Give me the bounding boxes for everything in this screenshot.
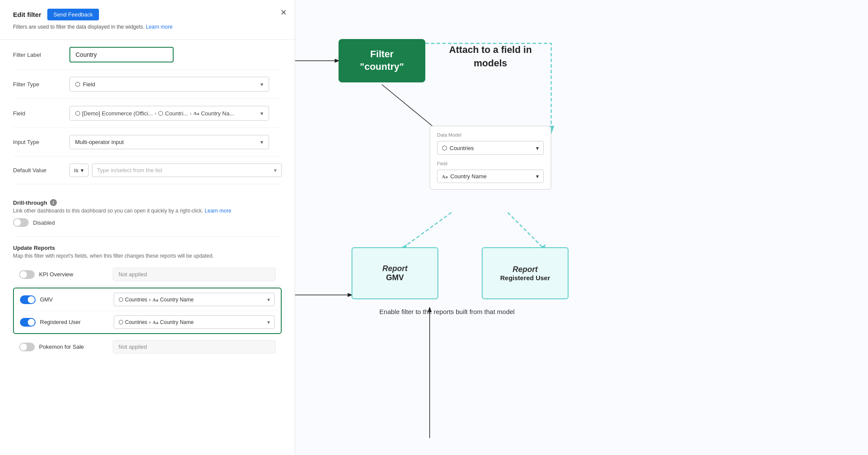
chevron-down-icon-gmv: ▾ bbox=[267, 297, 270, 303]
reg-field: ⬡ Countries › Aa Country Name ▾ bbox=[114, 315, 275, 329]
aa-icon-dm: Aa bbox=[442, 174, 447, 179]
cube-icon: ⬡ bbox=[75, 81, 80, 88]
drill-through-desc: Link other dashboards to this dashboard … bbox=[13, 208, 282, 214]
reg-field-select[interactable]: ⬡ Countries › Aa Country Name ▾ bbox=[114, 315, 275, 329]
field-select[interactable]: ⬡ [Demo] Ecommerce (Offici... › ⬡ Countr… bbox=[69, 106, 269, 121]
filter-type-control: ⬡ Field ▾ bbox=[69, 77, 282, 92]
filter-type-value: Field bbox=[83, 81, 95, 88]
aa-icon-gmv: Aa bbox=[152, 297, 158, 302]
report-gmv-name: GMV bbox=[386, 273, 404, 282]
gmv-field-part1: Countries bbox=[125, 297, 147, 303]
kpi-name: KPI Overview bbox=[39, 271, 108, 278]
reg-field-part2: Country Name bbox=[160, 319, 194, 325]
attach-label: Attach to a field in models bbox=[443, 43, 538, 70]
field-part-2: Countri... bbox=[165, 110, 188, 117]
data-model-select[interactable]: ⬡ Countries ▾ bbox=[437, 141, 544, 155]
field-part-3: Country Na... bbox=[201, 110, 234, 117]
kpi-toggle[interactable] bbox=[19, 270, 35, 279]
field-part-1: [Demo] Ecommerce (Offici... bbox=[82, 110, 153, 117]
report-reg-name: Registered User bbox=[496, 274, 554, 282]
pokemon-field: Not applied bbox=[113, 340, 276, 354]
gmv-field-select[interactable]: ⬡ Countries › Aa Country Name ▾ bbox=[114, 293, 275, 306]
aa-icon-reg: Aa bbox=[152, 320, 158, 325]
report-row-gmv: GMV ⬡ Countries › Aa Country Name ▾ bbox=[14, 288, 281, 311]
input-type-value: Multi-operator input bbox=[75, 139, 124, 145]
kpi-not-applied: Not applied bbox=[113, 268, 276, 281]
field-label: Field bbox=[13, 110, 69, 117]
field-control: ⬡ [Demo] Ecommerce (Offici... › ⬡ Countr… bbox=[69, 106, 282, 121]
filter-label-input[interactable] bbox=[69, 47, 174, 62]
diagram-area: Filter "country" Attach to a field in mo… bbox=[295, 0, 868, 455]
dm-field-label: Field bbox=[437, 161, 544, 166]
filter-label-control bbox=[69, 47, 282, 62]
report-row-kpi: KPI Overview Not applied bbox=[13, 263, 282, 286]
filter-bubble-line1: Filter bbox=[370, 48, 394, 61]
gmv-toggle[interactable] bbox=[20, 295, 36, 304]
header-row: Edit filter Send Feedback bbox=[13, 9, 282, 20]
right-panel: Filter "country" Attach to a field in mo… bbox=[295, 0, 868, 455]
type-in-placeholder: Type in/select from the list bbox=[97, 167, 162, 173]
report-gmv-box: Report GMV bbox=[352, 247, 438, 299]
update-reports-title: Update Reports bbox=[13, 245, 282, 251]
is-select[interactable]: is ▾ bbox=[69, 164, 89, 177]
is-value: is bbox=[74, 167, 78, 173]
gmv-name: GMV bbox=[40, 296, 109, 303]
cube-icon-dm: ⬡ bbox=[442, 144, 447, 151]
close-button[interactable]: ✕ bbox=[280, 8, 287, 17]
drill-through-section: Drill-through i Link other dashboards to… bbox=[13, 184, 282, 237]
filter-type-select[interactable]: ⬡ Field ▾ bbox=[69, 77, 269, 92]
cube-icon-3: ⬡ bbox=[158, 110, 163, 117]
data-model-box: Data Model ⬡ Countries ▾ Field Aa Countr… bbox=[430, 126, 551, 190]
drill-through-title: Drill-through i bbox=[13, 199, 282, 206]
input-type-row: Input Type Multi-operator input ▾ bbox=[13, 128, 282, 157]
reg-field-part1: Countries bbox=[125, 319, 147, 325]
dm-field-value: Country Name bbox=[450, 173, 487, 180]
reports-list: KPI Overview Not applied GMV ⬡ Countries… bbox=[13, 263, 282, 358]
type-in-select[interactable]: Type in/select from the list ▾ bbox=[92, 164, 282, 177]
report-row-reg: Registered User ⬡ Countries › Aa Country… bbox=[14, 311, 281, 333]
aa-icon: Aa bbox=[193, 111, 199, 116]
filter-bubble-line2: "country" bbox=[360, 61, 404, 73]
update-reports-desc: Map this filter with report's fields, wh… bbox=[13, 253, 282, 259]
cube-icon-reg: ⬡ bbox=[118, 319, 123, 325]
data-model-value: Countries bbox=[450, 145, 474, 151]
learn-more-link[interactable]: Learn more bbox=[146, 24, 172, 30]
input-type-label: Input Type bbox=[13, 139, 69, 145]
left-panel: Edit filter Send Feedback Filters are us… bbox=[0, 0, 295, 455]
pokemon-not-applied: Not applied bbox=[113, 340, 276, 354]
highlighted-reports-group: GMV ⬡ Countries › Aa Country Name ▾ bbox=[13, 288, 282, 334]
filter-label-row: Filter Label bbox=[13, 40, 282, 70]
report-reg-box: Report Registered User bbox=[482, 247, 569, 299]
drill-through-toggle-row: Disabled bbox=[13, 218, 282, 227]
filter-type-label: Filter Type bbox=[13, 81, 69, 88]
report-row-pokemon: Pokemon for Sale Not applied bbox=[13, 336, 282, 358]
default-value-control: is ▾ Type in/select from the list ▾ bbox=[69, 164, 282, 177]
drill-through-toggle[interactable] bbox=[13, 218, 29, 227]
input-type-select[interactable]: Multi-operator input ▾ bbox=[69, 135, 269, 149]
send-feedback-button[interactable]: Send Feedback bbox=[47, 9, 99, 20]
update-reports-section: Update Reports Map this filter with repo… bbox=[13, 245, 282, 358]
filter-bubble: Filter "country" bbox=[339, 39, 425, 82]
pokemon-toggle[interactable] bbox=[19, 343, 35, 351]
pokemon-name: Pokemon for Sale bbox=[39, 344, 108, 350]
filter-type-row: Filter Type ⬡ Field ▾ bbox=[13, 70, 282, 99]
report-gmv-type: Report bbox=[382, 264, 408, 273]
cube-icon-gmv: ⬡ bbox=[118, 296, 123, 303]
chevron-down-icon-5: ▾ bbox=[274, 167, 277, 173]
kpi-field: Not applied bbox=[113, 268, 276, 281]
info-icon[interactable]: i bbox=[50, 199, 57, 206]
reg-toggle[interactable] bbox=[20, 318, 36, 327]
report-reg-type: Report bbox=[513, 265, 538, 274]
drill-learn-more-link[interactable]: Learn more bbox=[205, 208, 231, 214]
dm-field-select[interactable]: Aa Country Name ▾ bbox=[437, 170, 544, 183]
input-type-control: Multi-operator input ▾ bbox=[69, 135, 282, 149]
chevron-down-icon-3: ▾ bbox=[260, 139, 263, 145]
filter-label-label: Filter Label bbox=[13, 52, 69, 58]
cube-icon-2: ⬡ bbox=[75, 110, 80, 117]
drill-through-toggle-label: Disabled bbox=[33, 219, 55, 226]
edit-filter-title: Edit filter bbox=[13, 11, 41, 18]
chevron-down-icon: ▾ bbox=[260, 81, 263, 88]
enable-label: Enable filter to the reports built from … bbox=[330, 308, 564, 315]
field-row: Field ⬡ [Demo] Ecommerce (Offici... › ⬡ … bbox=[13, 99, 282, 128]
chevron-down-icon-4: ▾ bbox=[81, 167, 84, 173]
